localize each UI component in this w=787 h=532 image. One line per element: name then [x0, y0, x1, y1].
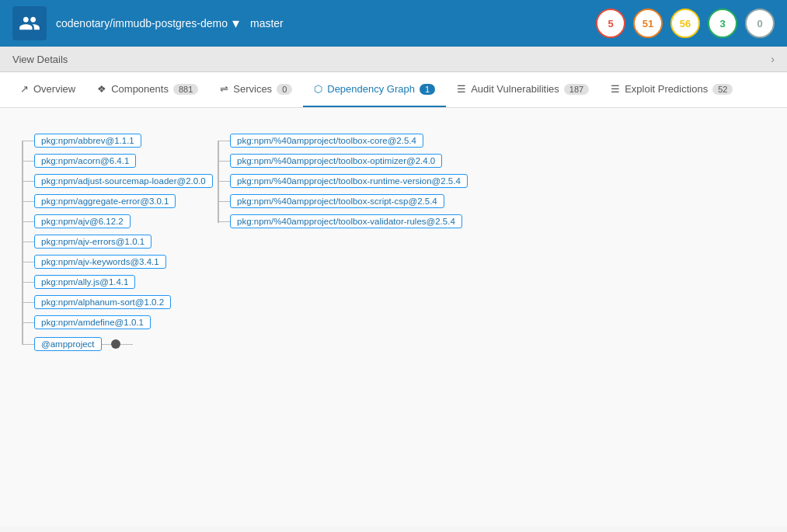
tab-overview[interactable]: ↗ Overview	[9, 72, 86, 107]
tab-audit-vulnerabilities[interactable]: ☰ Audit Vulnerabilities 187	[446, 72, 600, 107]
medium-badge[interactable]: 56	[670, 9, 700, 38]
tab-components[interactable]: ❖ Components 881	[86, 72, 209, 107]
ampproject-box[interactable]: @ampproject	[34, 337, 102, 351]
node-aggregate-box[interactable]: pkg:npm/aggregate-error@3.0.1	[34, 194, 176, 208]
node-amdefine: pkg:npm/amdefine@1.0.1	[16, 313, 218, 332]
exploit-badge: 52	[712, 84, 733, 95]
header: codenotary/immudb-postgres-demo ▾ master…	[0, 0, 787, 47]
components-badge: 881	[173, 84, 198, 95]
tab-services[interactable]: ⇌ Services 0	[209, 72, 303, 107]
amp-toolbox-script-box[interactable]: pkg:npm/%40ampproject/toolbox-script-csp…	[230, 194, 444, 208]
tab-dependency-graph[interactable]: ⬡ Dependency Graph 1	[303, 72, 446, 107]
node-ajv-errors: pkg:npm/ajv-errors@1.0.1	[16, 232, 218, 251]
node-abbrev-box[interactable]: pkg:npm/abbrev@1.1.1	[34, 134, 141, 148]
node-adjust: pkg:npm/adjust-sourcemap-loader@2.0.0	[16, 172, 218, 190]
dependency-graph: pkg:npm/abbrev@1.1.1 pkg:npm/acorn@6.4.1…	[16, 123, 771, 361]
node-acorn: pkg:npm/acorn@6.4.1	[16, 151, 218, 170]
amp-child-3: pkg:npm/%40ampproject/toolbox-script-csp…	[218, 192, 468, 210]
tab-exploit-label: Exploit Predictions	[625, 83, 708, 95]
branch-dropdown-icon[interactable]: ▾	[232, 15, 239, 32]
node-acorn-box[interactable]: pkg:npm/acorn@6.4.1	[34, 154, 136, 168]
node-adjust-box[interactable]: pkg:npm/adjust-sourcemap-loader@2.0.0	[34, 174, 213, 188]
node-ajv: pkg:npm/ajv@6.12.2	[16, 212, 218, 231]
tab-components-label: Components	[111, 83, 169, 95]
services-badge: 0	[277, 84, 292, 95]
node-ally-box[interactable]: pkg:npm/ally.js@1.4.1	[34, 275, 135, 289]
tab-overview-label: Overview	[33, 83, 75, 95]
app-logo	[12, 6, 47, 40]
main-content: pkg:npm/abbrev@1.1.1 pkg:npm/acorn@6.4.1…	[0, 108, 787, 527]
amp-child-4: pkg:npm/%40ampproject/toolbox-validator-…	[218, 212, 468, 231]
ampproject-dot	[111, 339, 120, 349]
ampproject-row: @ampproject	[16, 335, 218, 353]
tab-exploit-predictions[interactable]: ☰ Exploit Predictions 52	[600, 72, 743, 107]
logo-icon	[19, 12, 40, 34]
info-badge[interactable]: 0	[745, 9, 775, 38]
amp-child-0: pkg:npm/%40ampproject/toolbox-core@2.5.4	[218, 131, 468, 150]
amp-toolbox-validator-box[interactable]: pkg:npm/%40ampproject/toolbox-validator-…	[230, 214, 462, 228]
chart-icon: ↗	[20, 83, 29, 95]
services-icon: ⇌	[220, 83, 228, 95]
branch-name: master	[250, 17, 284, 30]
node-ajv-box[interactable]: pkg:npm/ajv@6.12.2	[34, 214, 131, 228]
node-ajv-keywords: pkg:npm/ajv-keywords@3.4.1	[16, 252, 218, 271]
amp-toolbox-runtime-box[interactable]: pkg:npm/%40ampproject/toolbox-runtime-ve…	[230, 174, 468, 188]
node-ajv-errors-box[interactable]: pkg:npm/ajv-errors@1.0.1	[34, 235, 151, 249]
node-ajv-keywords-box[interactable]: pkg:npm/ajv-keywords@3.4.1	[34, 255, 166, 269]
components-icon: ❖	[97, 83, 106, 95]
amp-toolbox-core-box[interactable]: pkg:npm/%40ampproject/toolbox-core@2.5.4	[230, 134, 423, 148]
tab-dependency-graph-label: Dependency Graph	[327, 83, 415, 95]
low-badge[interactable]: 3	[708, 9, 737, 38]
dependency-graph-badge: 1	[420, 84, 435, 95]
exploit-icon: ☰	[611, 83, 620, 95]
node-abbrev: pkg:npm/abbrev@1.1.1	[16, 131, 218, 150]
node-amdefine-box[interactable]: pkg:npm/amdefine@1.0.1	[34, 315, 151, 329]
amp-toolbox-optimizer-box[interactable]: pkg:npm/%40ampproject/toolbox-optimizer@…	[230, 154, 442, 168]
amp-child-1: pkg:npm/%40ampproject/toolbox-optimizer@…	[218, 151, 468, 170]
header-title: codenotary/immudb-postgres-demo ▾ master	[56, 15, 284, 32]
view-details-label: View Details	[12, 54, 68, 65]
audit-icon: ☰	[457, 83, 466, 95]
nav-tabs: ↗ Overview ❖ Components 881 ⇌ Services 0…	[0, 72, 787, 108]
ampproject-children: pkg:npm/%40ampproject/toolbox-core@2.5.4…	[218, 131, 468, 232]
amp-child-2: pkg:npm/%40ampproject/toolbox-runtime-ve…	[218, 172, 468, 190]
tab-services-label: Services	[233, 83, 272, 95]
repo-name: codenotary/immudb-postgres-demo	[56, 17, 228, 30]
severity-badges: 5 51 56 3 0	[596, 9, 775, 38]
view-details-arrow-icon: ›	[771, 53, 775, 65]
node-ally: pkg:npm/ally.js@1.4.1	[16, 273, 218, 291]
node-alphanum: pkg:npm/alphanum-sort@1.0.2	[16, 293, 218, 311]
audit-badge: 187	[564, 84, 589, 95]
high-badge[interactable]: 51	[633, 9, 663, 38]
view-details-bar[interactable]: View Details ›	[0, 47, 787, 72]
tab-audit-label: Audit Vulnerabilities	[471, 83, 559, 95]
critical-badge[interactable]: 5	[596, 9, 625, 38]
graph-icon: ⬡	[314, 83, 322, 95]
node-aggregate: pkg:npm/aggregate-error@3.0.1	[16, 192, 218, 210]
node-alphanum-box[interactable]: pkg:npm/alphanum-sort@1.0.2	[34, 295, 171, 309]
